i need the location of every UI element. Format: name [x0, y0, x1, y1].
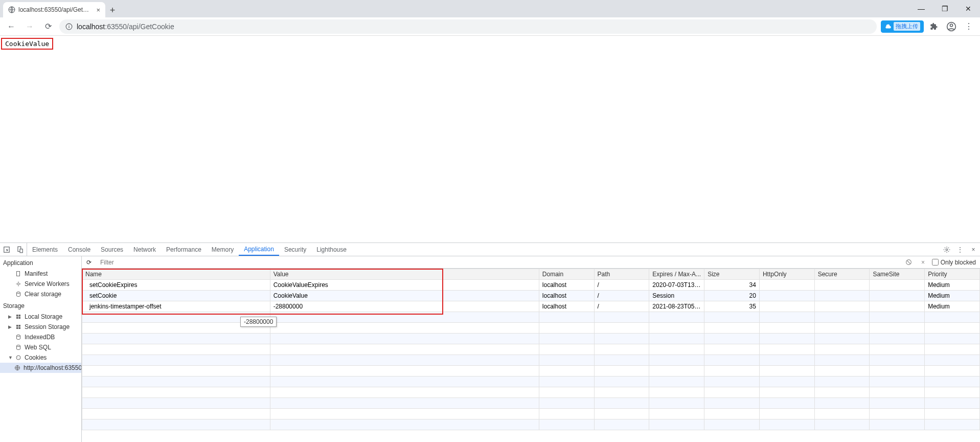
col-domain[interactable]: Domain: [539, 269, 594, 280]
col-name[interactable]: Name: [82, 269, 270, 280]
db-icon: [15, 334, 21, 340]
toolbar-right: 拖拽上传 ⋮: [881, 19, 976, 34]
profile-icon[interactable]: [944, 19, 959, 34]
svg-rect-13: [16, 315, 18, 317]
refresh-button[interactable]: ⟳: [82, 259, 96, 266]
table-row[interactable]: [82, 355, 980, 366]
extension-label: 拖拽上传: [894, 22, 920, 31]
svg-rect-20: [19, 327, 21, 329]
svg-rect-8: [20, 249, 22, 252]
cookies-panel: ⟳ × Only blocked NameValueDomainPathExpi…: [82, 256, 980, 442]
svg-point-23: [16, 356, 20, 360]
table-row[interactable]: setCookieCookieValuelocalhost/Session20M…: [82, 291, 980, 301]
table-row[interactable]: [82, 344, 980, 355]
devtools-tab-elements[interactable]: Elements: [27, 243, 63, 256]
inspect-icon[interactable]: [0, 246, 13, 253]
col-value[interactable]: Value: [270, 269, 539, 280]
sidebar-item-session-storage[interactable]: ▶Session Storage: [0, 322, 81, 332]
reload-button[interactable]: ⟳: [41, 19, 55, 34]
globe-icon: [14, 365, 20, 371]
tab-title: localhost:63550/api/GetCookie: [18, 6, 93, 13]
cookie-icon: [15, 355, 21, 361]
extensions-icon[interactable]: [927, 19, 941, 34]
svg-rect-19: [16, 327, 18, 329]
table-row[interactable]: [82, 398, 980, 409]
devtools-tab-security[interactable]: Security: [279, 243, 311, 256]
application-sidebar: ApplicationManifestService WorkersClear …: [0, 256, 82, 442]
col-priority[interactable]: Priority: [925, 269, 980, 280]
filter-input[interactable]: [99, 258, 900, 267]
svg-rect-15: [16, 317, 18, 319]
sidebar-item-clear-storage[interactable]: Clear storage: [0, 289, 81, 299]
gear-icon: [15, 281, 21, 287]
table-row[interactable]: [82, 387, 980, 398]
more-icon[interactable]: ⋮: [953, 246, 967, 253]
table-row[interactable]: [82, 419, 980, 430]
devtools-tab-lighthouse[interactable]: Lighthouse: [311, 243, 352, 256]
devtools-tab-memory[interactable]: Memory: [207, 243, 239, 256]
browser-tab[interactable]: localhost:63550/api/GetCookie ×: [3, 2, 105, 17]
sidebar-item-indexeddb[interactable]: IndexedDB: [0, 332, 81, 342]
settings-icon[interactable]: [940, 246, 953, 253]
clear-all-icon[interactable]: [903, 259, 915, 266]
devtools-close-icon[interactable]: ×: [967, 246, 980, 253]
table-row[interactable]: [82, 409, 980, 419]
globe-icon: [8, 6, 15, 13]
svg-point-24: [17, 357, 18, 358]
maximize-button[interactable]: ❐: [933, 0, 956, 17]
minimize-button[interactable]: —: [909, 0, 933, 17]
devtools-tab-network[interactable]: Network: [128, 243, 161, 256]
db-icon: [15, 291, 21, 297]
table-row[interactable]: [82, 377, 980, 387]
sidebar-item-service-workers[interactable]: Service Workers: [0, 279, 81, 289]
forward-button[interactable]: →: [22, 19, 37, 34]
sidebar-item-web-sql[interactable]: Web SQL: [0, 342, 81, 352]
menu-icon[interactable]: ⋮: [962, 19, 976, 34]
info-icon: [65, 23, 73, 30]
col-path[interactable]: Path: [594, 269, 649, 280]
close-window-button[interactable]: ✕: [956, 0, 980, 17]
col-expires-max-a-[interactable]: Expires / Max-A...: [649, 269, 704, 280]
col-secure[interactable]: Secure: [814, 269, 870, 280]
devtools: ElementsConsoleSourcesNetworkPerformance…: [0, 242, 980, 442]
table-row[interactable]: setCookieExpiresCookieValueExpireslocalh…: [82, 280, 980, 291]
sidebar-item-cookie-origin[interactable]: http://localhost:63550: [0, 363, 81, 373]
close-icon[interactable]: ×: [96, 6, 100, 14]
svg-line-28: [907, 260, 910, 264]
devtools-tab-console[interactable]: Console: [63, 243, 96, 256]
sidebar-item-cookies[interactable]: ▼Cookies: [0, 352, 81, 363]
devtools-tab-sources[interactable]: Sources: [96, 243, 128, 256]
extension-button[interactable]: 拖拽上传: [881, 20, 924, 33]
sidebar-group-application: Application: [0, 256, 81, 269]
url-path: /api/GetCookie: [127, 23, 174, 31]
table-row[interactable]: [82, 334, 980, 344]
address-bar: ← → ⟳ localhost:63550/api/GetCookie 拖拽上传…: [0, 17, 980, 36]
table-row[interactable]: [82, 366, 980, 377]
url-input[interactable]: localhost:63550/api/GetCookie: [59, 19, 877, 34]
doc-icon: [15, 271, 21, 277]
only-blocked-checkbox[interactable]: Only blocked: [932, 259, 976, 266]
back-button[interactable]: ←: [4, 19, 18, 34]
svg-point-21: [17, 335, 20, 337]
devtools-tab-application[interactable]: Application: [239, 243, 279, 256]
svg-point-25: [19, 358, 19, 359]
device-icon[interactable]: [13, 246, 27, 253]
cookies-table: NameValueDomainPathExpires / Max-A...Siz…: [82, 269, 980, 430]
table-row[interactable]: [82, 312, 980, 323]
col-size[interactable]: Size: [704, 269, 760, 280]
svg-point-11: [17, 283, 19, 285]
sidebar-group-storage: Storage: [0, 299, 81, 312]
sidebar-item-manifest[interactable]: Manifest: [0, 269, 81, 279]
col-samesite[interactable]: SameSite: [870, 269, 925, 280]
grid-icon: [15, 324, 21, 330]
svg-rect-16: [19, 317, 21, 319]
table-row[interactable]: [82, 323, 980, 334]
col-httponly[interactable]: HttpOnly: [759, 269, 814, 280]
new-tab-button[interactable]: +: [105, 3, 120, 17]
devtools-tab-performance[interactable]: Performance: [161, 243, 207, 256]
devtools-tabbar: ElementsConsoleSourcesNetworkPerformance…: [0, 243, 980, 256]
sidebar-item-local-storage[interactable]: ▶Local Storage: [0, 312, 81, 322]
table-row[interactable]: jenkins-timestamper-offset-28800000local…: [82, 301, 980, 312]
delete-selected-icon[interactable]: ×: [918, 259, 929, 266]
page-body-text: CookieValue: [1, 38, 53, 50]
